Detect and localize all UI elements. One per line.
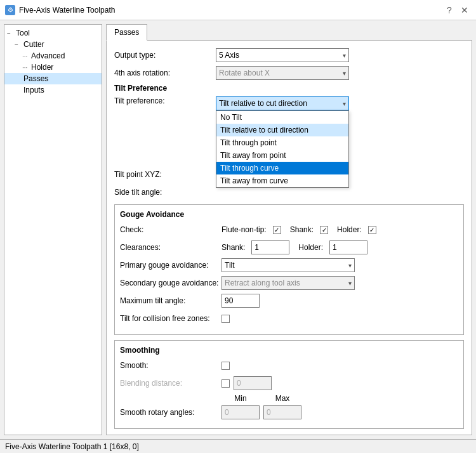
check-controls: Flute-non-tip: Shank: Holder:: [221, 225, 458, 234]
blending-label: Blending distance:: [120, 379, 221, 388]
shank-checkbox[interactable]: [320, 226, 328, 234]
smooth-checkbox[interactable]: [221, 362, 230, 370]
primary-avoidance-value: Tilt: [225, 261, 235, 270]
sidebar-item-passes[interactable]: Passes: [4, 73, 102, 84]
smooth-rotary-max-input[interactable]: [263, 405, 301, 419]
sidebar-item-holder[interactable]: ··· Holder: [4, 62, 102, 73]
tree-toggle-tool: −: [7, 30, 15, 37]
output-type-arrow: ▾: [343, 52, 346, 59]
blending-checkbox[interactable]: [221, 379, 230, 388]
holder-checkbox[interactable]: [368, 226, 376, 234]
sidebar-item-holder-label: Holder: [31, 63, 53, 72]
minmax-labels-row: Min Max: [120, 394, 458, 403]
axis-rotation-select[interactable]: Rotate about X ▾: [216, 66, 349, 80]
tree-spacer-holder: ···: [22, 64, 30, 71]
gouge-title: Gouge Avoidance: [120, 210, 458, 219]
clearances-row: Clearances: Shank: Holder:: [120, 240, 458, 254]
tilt-collision-row: Tilt for collision free zones:: [120, 312, 458, 325]
sidebar: − Tool − Cutter ··· Advanced ··· Holder …: [4, 24, 102, 435]
axis-rotation-value: Rotate about X: [219, 69, 270, 77]
tilt-preference-row: Tilt preference: Tilt relative to cut di…: [114, 96, 464, 110]
tilt-option-no-tilt[interactable]: No Tilt: [216, 111, 348, 124]
shank-clearance-label: Shank:: [221, 243, 245, 252]
status-bar: Five-Axis Waterline Toolpath 1 [16x8, 0]: [0, 439, 476, 453]
flute-non-tip-label: Flute-non-tip:: [221, 225, 267, 234]
smooth-rotary-label: Smooth rotary angles:: [120, 408, 221, 417]
secondary-avoidance-select[interactable]: Retract along tool axis ▾: [221, 276, 355, 290]
sidebar-item-advanced[interactable]: ··· Advanced: [4, 50, 102, 62]
minmax-labels: Min Max: [221, 394, 301, 403]
sidebar-item-advanced-label: Advanced: [31, 51, 65, 60]
output-type-value: 5 Axis: [219, 51, 239, 60]
secondary-avoidance-row: Secondary gouge avoidance: Retract along…: [120, 276, 458, 290]
secondary-avoidance-value: Retract along tool axis: [225, 279, 300, 287]
tilt-option-away-point[interactable]: Tilt away from point: [216, 149, 348, 162]
secondary-avoidance-arrow: ▾: [348, 280, 352, 287]
blending-control: [221, 376, 458, 390]
close-button[interactable]: ✕: [458, 4, 471, 16]
tilt-option-through-curve[interactable]: Tilt through curve: [216, 162, 348, 174]
clearances-controls: Shank: Holder:: [221, 240, 458, 254]
min-label: Min: [221, 394, 260, 403]
sidebar-item-cutter-label: Cutter: [23, 40, 44, 49]
sidebar-item-inputs-label: Inputs: [23, 86, 44, 95]
tilt-preference-arrow: ▾: [343, 100, 346, 107]
side-tilt-angle-label: Side tilt angle:: [114, 188, 216, 197]
sidebar-item-inputs[interactable]: Inputs: [4, 84, 102, 96]
tilt-collision-control: [221, 315, 458, 323]
axis-rotation-row: 4th axis rotation: Rotate about X ▾: [114, 66, 464, 80]
holder-clearance-input[interactable]: [329, 240, 367, 254]
primary-avoidance-row: Primary gouge avoidance: Tilt ▾: [120, 258, 458, 272]
window-controls: ? ✕: [443, 4, 471, 16]
check-label: Check:: [120, 225, 221, 234]
smooth-rotary-min-input[interactable]: [221, 405, 260, 419]
smooth-rotary-row: Smooth rotary angles:: [120, 405, 458, 419]
tilt-collision-checkbox[interactable]: [221, 315, 230, 323]
holder-check-label: Holder:: [337, 225, 362, 234]
window-title: Five-Axis Waterline Toolpath: [19, 6, 443, 15]
flute-checkbox[interactable]: [273, 226, 281, 234]
max-label: Max: [263, 394, 301, 403]
primary-avoidance-arrow: ▾: [348, 262, 352, 269]
content-area: Output type: 5 Axis ▾ 4th axis rotation:…: [106, 41, 472, 435]
main-content: − Tool − Cutter ··· Advanced ··· Holder …: [0, 20, 476, 439]
max-tilt-input[interactable]: [221, 294, 260, 308]
output-type-label: Output type:: [114, 51, 216, 60]
tree-toggle-cutter: −: [15, 41, 22, 48]
help-button[interactable]: ?: [443, 4, 456, 16]
clearances-label: Clearances:: [120, 243, 221, 252]
primary-avoidance-control: Tilt ▾: [221, 258, 458, 272]
tilt-preference-label: Tilt preference:: [114, 96, 216, 105]
tilt-option-away-curve[interactable]: Tilt away from curve: [216, 174, 348, 187]
secondary-avoidance-control: Retract along tool axis ▾: [221, 276, 458, 290]
shank-clearance-input[interactable]: [251, 240, 289, 254]
output-type-control: 5 Axis ▾: [216, 48, 464, 62]
blending-row: Blending distance:: [120, 376, 458, 390]
tilt-option-relative[interactable]: Tilt relative to cut direction: [216, 124, 348, 136]
sidebar-item-tool[interactable]: − Tool: [4, 27, 102, 39]
right-panel: Passes Output type: 5 Axis ▾ 4th axis ro…: [106, 24, 472, 435]
app-icon: ⚙: [5, 5, 15, 15]
tilt-option-through-point[interactable]: Tilt through point: [216, 136, 348, 149]
tilt-preference-value: Tilt relative to cut direction: [219, 99, 307, 108]
tilt-preference-selected[interactable]: Tilt relative to cut direction ▾: [216, 96, 349, 110]
smooth-label: Smooth:: [120, 361, 221, 370]
tilt-preference-control: Tilt relative to cut direction ▾ No Tilt…: [216, 96, 464, 110]
axis-rotation-control: Rotate about X ▾: [216, 66, 464, 80]
tilt-section-title: Tilt Preference: [114, 84, 464, 93]
tilt-preference-section: Tilt Preference Tilt preference: Tilt re…: [114, 84, 464, 199]
output-type-select[interactable]: 5 Axis ▾: [216, 48, 349, 62]
smooth-row: Smooth:: [120, 358, 458, 372]
tree-spacer-advanced: ···: [22, 53, 30, 60]
output-type-row: Output type: 5 Axis ▾: [114, 48, 464, 62]
primary-avoidance-select[interactable]: Tilt ▾: [221, 258, 355, 272]
sidebar-item-cutter[interactable]: − Cutter: [4, 39, 102, 50]
blending-input[interactable]: [234, 376, 272, 390]
check-row: Check: Flute-non-tip: Shank: Holder:: [120, 223, 458, 237]
max-tilt-label: Maximum tilt angle:: [120, 296, 221, 305]
tab-passes[interactable]: Passes: [106, 24, 147, 41]
tilt-collision-label: Tilt for collision free zones:: [120, 314, 221, 323]
smoothing-section: Smoothing Smooth: Blending distance:: [114, 340, 464, 429]
axis-rotation-arrow: ▾: [343, 70, 346, 77]
max-tilt-row: Maximum tilt angle:: [120, 294, 458, 308]
